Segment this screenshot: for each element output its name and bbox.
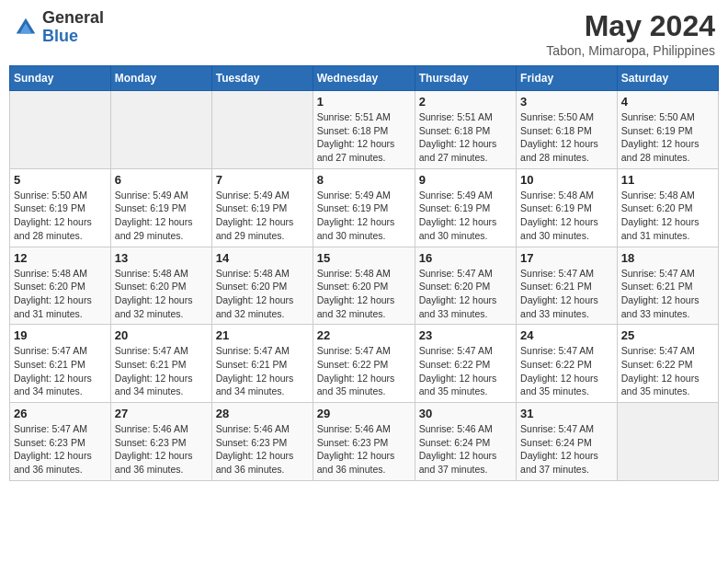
day-info: Sunrise: 5:46 AMSunset: 6:23 PMDaylight:… — [216, 422, 309, 477]
calendar-cell: 18Sunrise: 5:47 AMSunset: 6:21 PMDayligh… — [617, 247, 718, 325]
calendar-cell: 29Sunrise: 5:46 AMSunset: 6:23 PMDayligh… — [313, 403, 415, 481]
day-number: 12 — [14, 251, 107, 265]
day-info: Sunrise: 5:47 AMSunset: 6:21 PMDaylight:… — [216, 344, 309, 398]
day-info: Sunrise: 5:47 AMSunset: 6:24 PMDaylight:… — [520, 422, 613, 477]
day-info: Sunrise: 5:49 AMSunset: 6:19 PMDaylight:… — [216, 189, 309, 243]
calendar-cell — [10, 91, 111, 169]
day-number: 26 — [14, 407, 107, 420]
calendar-week-5: 26Sunrise: 5:47 AMSunset: 6:23 PMDayligh… — [10, 403, 719, 481]
day-number: 23 — [419, 328, 512, 342]
day-info: Sunrise: 5:47 AMSunset: 6:22 PMDaylight:… — [621, 344, 714, 398]
calendar-cell: 31Sunrise: 5:47 AMSunset: 6:24 PMDayligh… — [517, 403, 618, 481]
day-number: 5 — [14, 173, 107, 187]
calendar-cell: 26Sunrise: 5:47 AMSunset: 6:23 PMDayligh… — [10, 403, 111, 481]
day-of-week-tuesday: Tuesday — [211, 66, 313, 91]
day-info: Sunrise: 5:49 AMSunset: 6:19 PMDaylight:… — [419, 189, 512, 243]
calendar-cell: 10Sunrise: 5:48 AMSunset: 6:19 PMDayligh… — [517, 168, 618, 247]
calendar-cell: 19Sunrise: 5:47 AMSunset: 6:21 PMDayligh… — [10, 325, 111, 403]
calendar-cell: 17Sunrise: 5:47 AMSunset: 6:21 PMDayligh… — [517, 247, 618, 325]
day-number: 11 — [621, 173, 714, 187]
calendar-cell: 9Sunrise: 5:49 AMSunset: 6:19 PMDaylight… — [415, 168, 516, 247]
calendar-cell: 14Sunrise: 5:48 AMSunset: 6:20 PMDayligh… — [211, 247, 313, 325]
calendar-cell: 13Sunrise: 5:48 AMSunset: 6:20 PMDayligh… — [110, 247, 211, 325]
day-info: Sunrise: 5:47 AMSunset: 6:21 PMDaylight:… — [14, 344, 107, 398]
day-number: 14 — [216, 251, 309, 265]
location-subtitle: Tabon, Mimaropa, Philippines — [546, 43, 715, 58]
day-info: Sunrise: 5:47 AMSunset: 6:20 PMDaylight:… — [419, 267, 512, 321]
day-number: 31 — [520, 407, 613, 420]
day-number: 17 — [520, 251, 613, 265]
day-number: 9 — [419, 173, 512, 187]
calendar-cell: 3Sunrise: 5:50 AMSunset: 6:18 PMDaylight… — [517, 91, 618, 169]
day-number: 30 — [419, 407, 512, 420]
calendar-cell: 8Sunrise: 5:49 AMSunset: 6:19 PMDaylight… — [313, 168, 415, 247]
day-info: Sunrise: 5:48 AMSunset: 6:20 PMDaylight:… — [115, 267, 208, 321]
calendar-cell: 16Sunrise: 5:47 AMSunset: 6:20 PMDayligh… — [415, 247, 516, 325]
calendar-cell: 23Sunrise: 5:47 AMSunset: 6:22 PMDayligh… — [415, 325, 516, 403]
day-number: 4 — [621, 95, 714, 109]
calendar-cell: 27Sunrise: 5:46 AMSunset: 6:23 PMDayligh… — [110, 403, 211, 481]
day-number: 21 — [216, 328, 309, 342]
logo-icon — [13, 15, 39, 40]
calendar-cell: 12Sunrise: 5:48 AMSunset: 6:20 PMDayligh… — [10, 247, 111, 325]
day-of-week-friday: Friday — [517, 66, 618, 91]
day-number: 22 — [317, 328, 411, 342]
day-info: Sunrise: 5:48 AMSunset: 6:20 PMDaylight:… — [14, 267, 107, 321]
day-info: Sunrise: 5:47 AMSunset: 6:21 PMDaylight:… — [115, 344, 208, 398]
calendar-header: SundayMondayTuesdayWednesdayThursdayFrid… — [10, 66, 719, 91]
calendar-cell: 24Sunrise: 5:47 AMSunset: 6:22 PMDayligh… — [517, 325, 618, 403]
calendar-cell: 30Sunrise: 5:46 AMSunset: 6:24 PMDayligh… — [415, 403, 516, 481]
day-info: Sunrise: 5:47 AMSunset: 6:21 PMDaylight:… — [520, 267, 613, 321]
day-info: Sunrise: 5:49 AMSunset: 6:19 PMDaylight:… — [115, 189, 208, 243]
title-block: May 2024 Tabon, Mimaropa, Philippines — [546, 9, 715, 58]
day-number: 3 — [520, 95, 613, 109]
calendar-cell: 2Sunrise: 5:51 AMSunset: 6:18 PMDaylight… — [415, 91, 516, 169]
day-info: Sunrise: 5:49 AMSunset: 6:19 PMDaylight:… — [317, 189, 411, 243]
day-number: 13 — [115, 251, 208, 265]
calendar-cell: 1Sunrise: 5:51 AMSunset: 6:18 PMDaylight… — [313, 91, 415, 169]
day-info: Sunrise: 5:51 AMSunset: 6:18 PMDaylight:… — [317, 110, 411, 165]
days-of-week-row: SundayMondayTuesdayWednesdayThursdayFrid… — [10, 66, 719, 91]
calendar-cell: 5Sunrise: 5:50 AMSunset: 6:19 PMDaylight… — [10, 168, 111, 247]
calendar-week-2: 5Sunrise: 5:50 AMSunset: 6:19 PMDaylight… — [10, 168, 719, 247]
day-info: Sunrise: 5:47 AMSunset: 6:22 PMDaylight:… — [520, 344, 613, 398]
day-number: 18 — [621, 251, 714, 265]
calendar-cell — [617, 403, 718, 481]
day-number: 25 — [621, 328, 714, 342]
month-year-title: May 2024 — [546, 9, 715, 43]
calendar-cell: 4Sunrise: 5:50 AMSunset: 6:19 PMDaylight… — [617, 91, 718, 169]
day-info: Sunrise: 5:47 AMSunset: 6:23 PMDaylight:… — [14, 422, 107, 477]
day-of-week-wednesday: Wednesday — [313, 66, 415, 91]
calendar-body: 1Sunrise: 5:51 AMSunset: 6:18 PMDaylight… — [10, 91, 719, 481]
calendar-week-4: 19Sunrise: 5:47 AMSunset: 6:21 PMDayligh… — [10, 325, 719, 403]
day-info: Sunrise: 5:47 AMSunset: 6:22 PMDaylight:… — [317, 344, 411, 398]
day-info: Sunrise: 5:48 AMSunset: 6:20 PMDaylight:… — [621, 189, 714, 243]
calendar-cell: 25Sunrise: 5:47 AMSunset: 6:22 PMDayligh… — [617, 325, 718, 403]
day-number: 19 — [14, 328, 107, 342]
day-number: 16 — [419, 251, 512, 265]
day-number: 1 — [317, 95, 411, 109]
day-info: Sunrise: 5:48 AMSunset: 6:19 PMDaylight:… — [520, 189, 613, 243]
day-number: 7 — [216, 173, 309, 187]
day-number: 28 — [216, 407, 309, 420]
day-info: Sunrise: 5:50 AMSunset: 6:19 PMDaylight:… — [621, 110, 714, 165]
day-info: Sunrise: 5:47 AMSunset: 6:21 PMDaylight:… — [621, 267, 714, 321]
day-info: Sunrise: 5:50 AMSunset: 6:19 PMDaylight:… — [14, 189, 107, 243]
day-info: Sunrise: 5:48 AMSunset: 6:20 PMDaylight:… — [216, 267, 309, 321]
day-info: Sunrise: 5:51 AMSunset: 6:18 PMDaylight:… — [419, 110, 512, 165]
calendar-week-1: 1Sunrise: 5:51 AMSunset: 6:18 PMDaylight… — [10, 91, 719, 169]
day-info: Sunrise: 5:50 AMSunset: 6:18 PMDaylight:… — [520, 110, 613, 165]
day-info: Sunrise: 5:46 AMSunset: 6:23 PMDaylight:… — [317, 422, 411, 477]
calendar-week-3: 12Sunrise: 5:48 AMSunset: 6:20 PMDayligh… — [10, 247, 719, 325]
calendar-cell — [211, 91, 313, 169]
day-number: 8 — [317, 173, 411, 187]
calendar-cell — [110, 91, 211, 169]
day-info: Sunrise: 5:46 AMSunset: 6:23 PMDaylight:… — [115, 422, 208, 477]
day-number: 6 — [115, 173, 208, 187]
calendar-cell: 21Sunrise: 5:47 AMSunset: 6:21 PMDayligh… — [211, 325, 313, 403]
calendar-cell: 20Sunrise: 5:47 AMSunset: 6:21 PMDayligh… — [110, 325, 211, 403]
calendar-cell: 6Sunrise: 5:49 AMSunset: 6:19 PMDaylight… — [110, 168, 211, 247]
day-of-week-thursday: Thursday — [415, 66, 516, 91]
logo-text: General Blue — [42, 9, 104, 46]
day-info: Sunrise: 5:46 AMSunset: 6:24 PMDaylight:… — [419, 422, 512, 477]
